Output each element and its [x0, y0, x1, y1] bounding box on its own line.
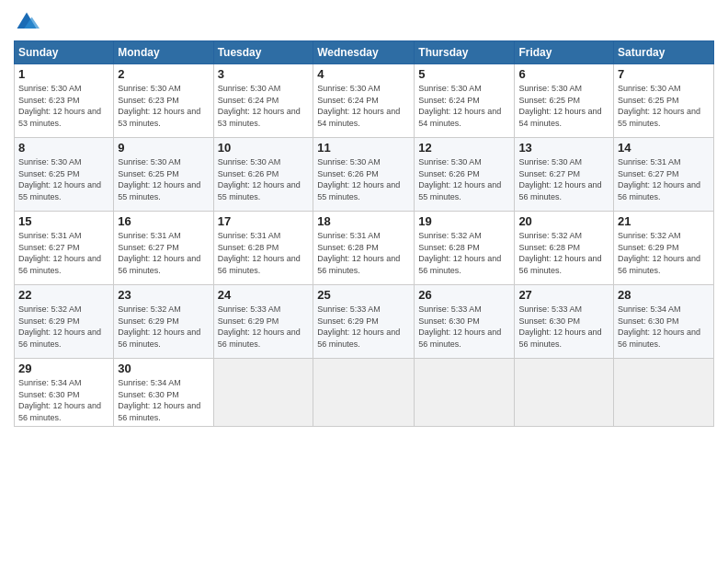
day-number: 15 [18, 214, 109, 228]
day-number: 4 [317, 67, 410, 81]
day-info: Sunrise: 5:31 AMSunset: 6:27 PMDaylight:… [18, 231, 101, 275]
calendar-cell: 5Sunrise: 5:30 AMSunset: 6:24 PMDaylight… [415, 64, 515, 138]
day-number: 24 [218, 288, 310, 302]
day-number: 12 [418, 141, 510, 155]
day-info: Sunrise: 5:30 AMSunset: 6:23 PMDaylight:… [18, 84, 101, 128]
calendar-cell: 3Sunrise: 5:30 AMSunset: 6:24 PMDaylight… [213, 64, 313, 138]
day-info: Sunrise: 5:33 AMSunset: 6:29 PMDaylight:… [317, 304, 400, 349]
day-info: Sunrise: 5:34 AMSunset: 6:30 PMDaylight:… [18, 378, 101, 422]
calendar-cell: 7Sunrise: 5:30 AMSunset: 6:25 PMDaylight… [614, 64, 714, 138]
day-info: Sunrise: 5:32 AMSunset: 6:28 PMDaylight:… [518, 231, 601, 275]
weekday-header-monday: Monday [114, 41, 213, 64]
calendar-cell: 13Sunrise: 5:30 AMSunset: 6:27 PMDayligh… [515, 138, 614, 212]
calendar-cell: 4Sunrise: 5:30 AMSunset: 6:24 PMDaylight… [313, 64, 415, 138]
day-number: 26 [418, 288, 510, 302]
calendar-cell: 29Sunrise: 5:34 AMSunset: 6:30 PMDayligh… [15, 359, 114, 427]
day-number: 3 [218, 67, 310, 81]
day-number: 16 [118, 214, 209, 228]
calendar-cell [415, 359, 515, 427]
weekday-header-sunday: Sunday [15, 41, 114, 64]
calendar-week-3: 15Sunrise: 5:31 AMSunset: 6:27 PMDayligh… [15, 212, 714, 285]
calendar-cell: 10Sunrise: 5:30 AMSunset: 6:26 PMDayligh… [213, 138, 313, 212]
calendar-cell: 27Sunrise: 5:33 AMSunset: 6:30 PMDayligh… [515, 285, 614, 359]
day-number: 6 [518, 67, 609, 81]
calendar-cell: 25Sunrise: 5:33 AMSunset: 6:29 PMDayligh… [313, 285, 415, 359]
day-info: Sunrise: 5:31 AMSunset: 6:27 PMDaylight:… [618, 157, 700, 201]
calendar-cell: 9Sunrise: 5:30 AMSunset: 6:25 PMDaylight… [114, 138, 213, 212]
weekday-header-tuesday: Tuesday [213, 41, 313, 64]
day-info: Sunrise: 5:33 AMSunset: 6:30 PMDaylight:… [418, 304, 501, 349]
calendar-cell: 22Sunrise: 5:32 AMSunset: 6:29 PMDayligh… [15, 285, 114, 359]
day-number: 28 [618, 288, 710, 302]
day-number: 23 [118, 288, 209, 302]
calendar-cell: 17Sunrise: 5:31 AMSunset: 6:28 PMDayligh… [213, 212, 313, 285]
calendar-cell: 8Sunrise: 5:30 AMSunset: 6:25 PMDaylight… [15, 138, 114, 212]
day-info: Sunrise: 5:30 AMSunset: 6:23 PMDaylight:… [118, 84, 200, 128]
day-number: 11 [317, 141, 410, 155]
day-info: Sunrise: 5:33 AMSunset: 6:30 PMDaylight:… [518, 304, 601, 349]
day-info: Sunrise: 5:33 AMSunset: 6:29 PMDaylight:… [218, 304, 301, 349]
calendar-cell: 24Sunrise: 5:33 AMSunset: 6:29 PMDayligh… [213, 285, 313, 359]
calendar-cell: 21Sunrise: 5:32 AMSunset: 6:29 PMDayligh… [614, 212, 714, 285]
day-info: Sunrise: 5:31 AMSunset: 6:28 PMDaylight:… [218, 231, 301, 275]
day-info: Sunrise: 5:30 AMSunset: 6:26 PMDaylight:… [218, 157, 301, 201]
day-info: Sunrise: 5:32 AMSunset: 6:29 PMDaylight:… [618, 231, 700, 275]
day-info: Sunrise: 5:30 AMSunset: 6:26 PMDaylight:… [317, 157, 400, 201]
day-info: Sunrise: 5:30 AMSunset: 6:25 PMDaylight:… [118, 157, 200, 201]
day-info: Sunrise: 5:30 AMSunset: 6:25 PMDaylight:… [618, 84, 700, 128]
day-info: Sunrise: 5:30 AMSunset: 6:24 PMDaylight:… [418, 84, 501, 128]
calendar-cell: 15Sunrise: 5:31 AMSunset: 6:27 PMDayligh… [15, 212, 114, 285]
day-number: 22 [18, 288, 109, 302]
calendar-cell: 30Sunrise: 5:34 AMSunset: 6:30 PMDayligh… [114, 359, 213, 427]
calendar-cell [515, 359, 614, 427]
day-number: 13 [518, 141, 609, 155]
calendar-cell: 26Sunrise: 5:33 AMSunset: 6:30 PMDayligh… [415, 285, 515, 359]
calendar-cell: 2Sunrise: 5:30 AMSunset: 6:23 PMDaylight… [114, 64, 213, 138]
day-info: Sunrise: 5:30 AMSunset: 6:25 PMDaylight:… [18, 157, 101, 201]
calendar-cell: 11Sunrise: 5:30 AMSunset: 6:26 PMDayligh… [313, 138, 415, 212]
calendar-week-4: 22Sunrise: 5:32 AMSunset: 6:29 PMDayligh… [15, 285, 714, 359]
day-number: 7 [618, 67, 710, 81]
calendar-cell: 18Sunrise: 5:31 AMSunset: 6:28 PMDayligh… [313, 212, 415, 285]
calendar-table: SundayMondayTuesdayWednesdayThursdayFrid… [14, 40, 714, 427]
day-number: 1 [18, 67, 109, 81]
day-info: Sunrise: 5:30 AMSunset: 6:24 PMDaylight:… [218, 84, 301, 128]
calendar-week-5: 29Sunrise: 5:34 AMSunset: 6:30 PMDayligh… [15, 359, 714, 427]
day-number: 29 [18, 362, 109, 375]
header [14, 9, 714, 35]
day-info: Sunrise: 5:34 AMSunset: 6:30 PMDaylight:… [618, 304, 700, 349]
calendar-cell: 14Sunrise: 5:31 AMSunset: 6:27 PMDayligh… [614, 138, 714, 212]
day-info: Sunrise: 5:32 AMSunset: 6:29 PMDaylight:… [118, 304, 200, 349]
day-info: Sunrise: 5:31 AMSunset: 6:28 PMDaylight:… [317, 231, 400, 275]
logo [14, 9, 43, 35]
calendar-cell: 20Sunrise: 5:32 AMSunset: 6:28 PMDayligh… [515, 212, 614, 285]
day-number: 17 [218, 214, 310, 228]
calendar-cell: 16Sunrise: 5:31 AMSunset: 6:27 PMDayligh… [114, 212, 213, 285]
day-info: Sunrise: 5:31 AMSunset: 6:27 PMDaylight:… [118, 231, 200, 275]
calendar-week-2: 8Sunrise: 5:30 AMSunset: 6:25 PMDaylight… [15, 138, 714, 212]
weekday-header-row: SundayMondayTuesdayWednesdayThursdayFrid… [15, 41, 714, 64]
day-info: Sunrise: 5:30 AMSunset: 6:25 PMDaylight:… [518, 84, 601, 128]
day-number: 14 [618, 141, 710, 155]
day-number: 10 [218, 141, 310, 155]
main-container: SundayMondayTuesdayWednesdayThursdayFrid… [0, 0, 728, 436]
day-number: 25 [317, 288, 410, 302]
calendar-cell [213, 359, 313, 427]
calendar-cell: 6Sunrise: 5:30 AMSunset: 6:25 PMDaylight… [515, 64, 614, 138]
day-info: Sunrise: 5:32 AMSunset: 6:28 PMDaylight:… [418, 231, 501, 275]
day-info: Sunrise: 5:32 AMSunset: 6:29 PMDaylight:… [18, 304, 101, 349]
day-number: 18 [317, 214, 410, 228]
day-info: Sunrise: 5:30 AMSunset: 6:26 PMDaylight:… [418, 157, 501, 201]
day-info: Sunrise: 5:30 AMSunset: 6:24 PMDaylight:… [317, 84, 400, 128]
weekday-header-friday: Friday [515, 41, 614, 64]
weekday-header-thursday: Thursday [415, 41, 515, 64]
day-info: Sunrise: 5:30 AMSunset: 6:27 PMDaylight:… [518, 157, 601, 201]
logo-icon [14, 9, 40, 35]
calendar-cell [614, 359, 714, 427]
day-number: 9 [118, 141, 209, 155]
calendar-cell: 1Sunrise: 5:30 AMSunset: 6:23 PMDaylight… [15, 64, 114, 138]
calendar-week-1: 1Sunrise: 5:30 AMSunset: 6:23 PMDaylight… [15, 64, 714, 138]
day-number: 2 [118, 67, 209, 81]
calendar-cell: 28Sunrise: 5:34 AMSunset: 6:30 PMDayligh… [614, 285, 714, 359]
day-number: 27 [518, 288, 609, 302]
